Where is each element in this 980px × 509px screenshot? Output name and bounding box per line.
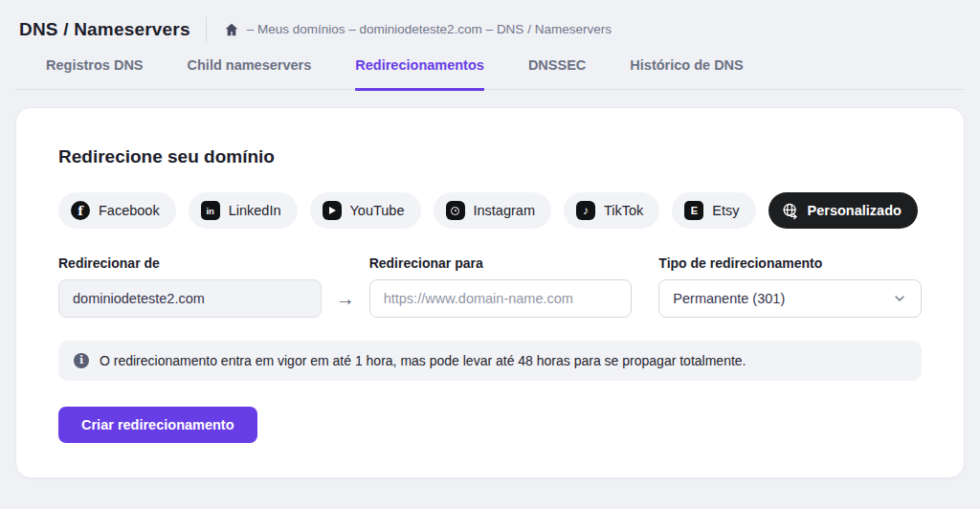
youtube-icon [323,201,342,220]
redirect-from-input[interactable] [58,279,322,318]
globe-arrow-icon [781,202,799,220]
home-icon[interactable] [224,22,239,37]
page-header: DNS / Nameservers – Meus domínios – domi… [0,0,980,44]
tab-redirecionamentos[interactable]: Redirecionamentos [355,57,484,91]
etsy-icon: E [684,201,703,220]
info-banner: i O redirecionamento entra em vigor em a… [58,341,922,381]
tab-dnssec[interactable]: DNSSEC [528,57,586,91]
platform-youtube[interactable]: YouTube [310,192,421,229]
header-divider [206,17,207,42]
redirect-type-label: Tipo de redirecionamento [658,255,922,271]
platform-label: TikTok [604,203,643,218]
breadcrumb-text: – Meus domínios – dominiodeteste2.com – … [247,22,612,36]
platform-linkedin[interactable]: in LinkedIn [189,192,298,229]
redirect-card: Redirecione seu domínio f Facebook in Li… [15,107,965,478]
platform-label: Personalizado [808,203,902,218]
platform-personalizado[interactable]: Personalizado [768,192,918,229]
platform-label: Etsy [712,203,739,218]
platform-label: Instagram [474,203,535,218]
create-redirect-button[interactable]: Criar redirecionamento [58,407,257,443]
redirect-type-field-group: Tipo de redirecionamento Permanente (301… [658,255,922,318]
redirect-from-field-group: Redirecionar de [58,255,322,318]
redirect-to-input[interactable] [369,279,633,318]
platform-row: f Facebook in LinkedIn YouTube Instagram… [58,192,922,229]
redirect-type-select[interactable]: Permanente (301) [658,279,922,318]
arrow-right-icon: → [322,279,369,318]
tab-bar: Registros DNS Child nameservers Redireci… [15,44,965,90]
platform-label: Facebook [99,203,160,218]
linkedin-icon: in [201,201,220,220]
platform-label: LinkedIn [229,203,281,218]
platform-tiktok[interactable]: ♪ TikTok [564,192,659,229]
redirect-to-label: Redirecionar para [369,255,633,271]
tiktok-icon: ♪ [576,201,595,220]
redirect-type-value: Permanente (301) [673,291,785,306]
platform-facebook[interactable]: f Facebook [58,192,176,229]
tab-registros-dns[interactable]: Registros DNS [46,57,144,91]
redirect-from-label: Redirecionar de [58,255,322,271]
facebook-icon: f [71,201,90,220]
card-title: Redirecione seu domínio [58,146,922,167]
tab-historico-de-dns[interactable]: Histórico de DNS [630,57,743,91]
page-title: DNS / Nameservers [19,19,190,40]
chevron-down-icon [892,291,907,306]
tab-child-nameservers[interactable]: Child nameservers [188,57,312,91]
info-banner-text: O redirecionamento entra em vigor em até… [100,353,746,368]
platform-instagram[interactable]: Instagram [434,192,551,229]
instagram-icon [446,201,465,220]
platform-etsy[interactable]: E Etsy [672,192,755,229]
platform-label: YouTube [350,203,405,218]
info-icon: i [74,353,89,368]
redirect-to-field-group: Redirecionar para [369,255,633,318]
breadcrumb[interactable]: – Meus domínios – dominiodeteste2.com – … [224,22,612,37]
redirect-form: Redirecionar de → Redirecionar para Tipo… [58,255,922,318]
